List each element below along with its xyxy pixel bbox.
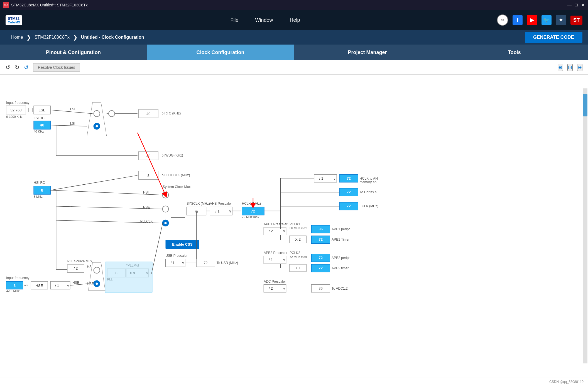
svg-text:72: 72 <box>318 256 323 260</box>
redo-button[interactable]: ↻ <box>15 64 19 71</box>
svg-text:APB2 Prescaler: APB2 Prescaler <box>264 251 287 255</box>
generate-code-button[interactable]: GENERATE CODE <box>525 32 582 43</box>
menu-items: File Window Help <box>33 17 497 23</box>
youtube-icon[interactable]: ▶ <box>527 15 537 25</box>
breadcrumb-bar: Home ❯ STM32F103C8Tx ❯ Untitled - Clock … <box>0 30 588 45</box>
menu-help[interactable]: Help <box>290 17 300 23</box>
svg-text:X 2: X 2 <box>295 237 301 241</box>
svg-text:LSI: LSI <box>70 122 75 126</box>
svg-text:0-1000 KHz: 0-1000 KHz <box>6 115 23 118</box>
clock-diagram-svg: Input frequency 32.768 0-1000 KHz LSE LS… <box>0 75 588 377</box>
network-icon[interactable]: ✦ <box>556 15 566 25</box>
svg-text:HSE: HSE <box>143 206 150 209</box>
svg-text:72: 72 <box>318 237 323 241</box>
tab-clock[interactable]: Clock Configuration <box>147 45 294 60</box>
svg-text:APB1 periph: APB1 periph <box>332 227 351 231</box>
window-controls[interactable]: — □ ✕ <box>567 3 585 8</box>
diagram-area: Input frequency 32.768 0-1000 KHz LSE LS… <box>0 75 588 377</box>
svg-text:/ 1: / 1 <box>171 261 175 265</box>
svg-text:PLLCLK: PLLCLK <box>140 219 153 223</box>
svg-text:To Cortex S: To Cortex S <box>360 190 377 194</box>
svg-text:APB1 Timer: APB1 Timer <box>332 238 349 241</box>
menu-file[interactable]: File <box>230 17 238 23</box>
svg-text:72: 72 <box>347 204 351 208</box>
svg-text:36: 36 <box>318 286 323 290</box>
svg-text:APB1 Prescaler: APB1 Prescaler <box>264 222 287 226</box>
facebook-icon[interactable]: f <box>513 15 523 25</box>
svg-text:HSI RC: HSI RC <box>34 181 45 185</box>
svg-text:/ 1: / 1 <box>269 258 273 262</box>
svg-text:LSE: LSE <box>39 108 46 112</box>
svg-rect-136 <box>105 262 152 293</box>
svg-text:PLL Source Mux: PLL Source Mux <box>67 259 92 263</box>
svg-text:Input frequency: Input frequency <box>6 276 30 280</box>
svg-point-13 <box>94 111 100 117</box>
svg-text:40 KHz: 40 KHz <box>34 130 44 133</box>
anniversary-badge: 10 <box>497 14 508 26</box>
svg-point-15 <box>96 125 98 127</box>
status-bar: CSDN @qq_53088119 <box>0 377 588 386</box>
tab-bar: Pinout & Configuration Clock Configurati… <box>0 45 588 60</box>
svg-text:HSE: HSE <box>36 284 43 288</box>
refresh-button[interactable]: ↺ <box>24 64 29 71</box>
menu-bar: STM32 CubeMX File Window Help 10 f ▶ 🐦 ✦… <box>0 10 588 30</box>
breadcrumb-page[interactable]: Untitled - Clock Configuration <box>75 30 150 45</box>
tab-pinout[interactable]: Pinout & Configuration <box>0 45 147 60</box>
svg-text:APB2 timer: APB2 timer <box>332 266 349 270</box>
svg-text:40: 40 <box>146 112 151 116</box>
svg-text:∨: ∨ <box>229 209 232 213</box>
svg-text:ADC Prescaler: ADC Prescaler <box>264 280 286 284</box>
svg-text:32.768: 32.768 <box>10 108 21 112</box>
svg-rect-167 <box>583 94 587 116</box>
zoom-out-button[interactable]: ⊖ <box>577 64 582 71</box>
svg-text:/ 2: / 2 <box>74 266 78 270</box>
logo-stm: STM32 <box>8 16 20 21</box>
svg-text:∨: ∨ <box>67 284 69 288</box>
svg-point-21 <box>109 111 115 117</box>
svg-text:To USB (MHz): To USB (MHz) <box>217 261 238 265</box>
resolve-clock-button[interactable]: Resolve Clock Issues <box>33 63 80 72</box>
svg-text:APB2 periph: APB2 periph <box>332 256 351 260</box>
svg-text:SYSCLK (MHz): SYSCLK (MHz) <box>187 202 210 206</box>
breadcrumb-home[interactable]: Home <box>6 30 29 45</box>
svg-text:To FLITFCLK (MHz): To FLITFCLK (MHz) <box>160 173 190 177</box>
svg-point-128 <box>96 283 98 285</box>
social-icons: 10 f ▶ 🐦 ✦ ST <box>497 14 582 26</box>
svg-point-125 <box>94 267 100 273</box>
undo-button[interactable]: ↺ <box>6 64 10 71</box>
tab-tools[interactable]: Tools <box>441 45 588 60</box>
minimize-btn[interactable]: — <box>567 3 572 8</box>
fit-button[interactable]: ⊡ <box>567 64 573 71</box>
svg-text:72 MHz max: 72 MHz max <box>290 255 307 258</box>
maximize-btn[interactable]: □ <box>575 3 578 8</box>
svg-text:36: 36 <box>318 227 323 231</box>
menu-window[interactable]: Window <box>255 17 273 23</box>
svg-point-48 <box>164 222 166 224</box>
svg-text:72: 72 <box>204 261 208 265</box>
twitter-icon[interactable]: 🐦 <box>542 15 552 25</box>
st-logo: ST <box>570 16 582 25</box>
svg-text:System Clock Mux: System Clock Mux <box>163 185 190 189</box>
svg-text:USB Prescaler: USB Prescaler <box>166 254 188 258</box>
svg-rect-166 <box>583 88 587 363</box>
breadcrumb-chip[interactable]: STM32F103C8Tx <box>29 30 75 45</box>
svg-text:72: 72 <box>347 176 351 180</box>
svg-text:AHB Prescaler: AHB Prescaler <box>210 202 232 206</box>
svg-text:PCLK1: PCLK1 <box>290 222 300 226</box>
svg-text:memory an: memory an <box>360 180 376 184</box>
svg-text:To ADC1,2: To ADC1,2 <box>332 287 348 290</box>
svg-text:40: 40 <box>40 123 44 127</box>
close-btn[interactable]: ✕ <box>581 3 585 8</box>
svg-text:/ 1: / 1 <box>215 209 220 213</box>
zoom-in-button[interactable]: ⊕ <box>558 64 563 71</box>
svg-text:72: 72 <box>251 209 255 213</box>
svg-text:HSE: HSE <box>72 281 79 285</box>
svg-text:PCLK2: PCLK2 <box>290 251 300 255</box>
svg-text:4-16 MHz: 4-16 MHz <box>6 289 19 293</box>
svg-text:Enable CSS: Enable CSS <box>172 242 193 246</box>
tab-project[interactable]: Project Manager <box>294 45 441 60</box>
svg-text:/ 2: / 2 <box>269 229 273 233</box>
svg-text:HCLK to AH: HCLK to AH <box>360 177 378 180</box>
svg-text:72: 72 <box>318 266 323 270</box>
svg-rect-5 <box>29 108 33 112</box>
